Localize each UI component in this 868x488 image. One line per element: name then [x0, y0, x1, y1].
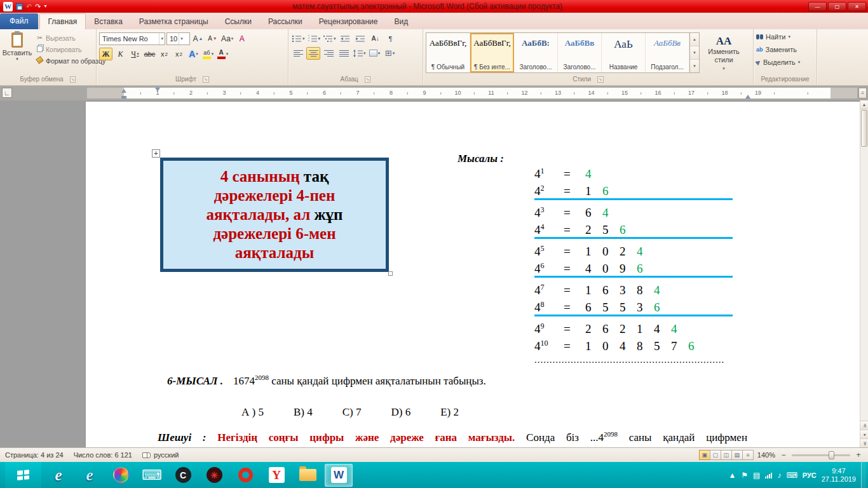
ribbon-tab-4[interactable]: Разметка страницы	[131, 14, 217, 29]
change-styles-button[interactable]: АА Изменить стили ▾	[700, 33, 748, 72]
dark-c-app-icon[interactable]: C	[169, 464, 197, 487]
text-effects-button[interactable]: А▾	[187, 48, 200, 60]
style-item-6[interactable]: АаБбВвПодзагол...	[646, 33, 689, 72]
undo-icon[interactable]: ↶	[26, 2, 32, 11]
align-center-button[interactable]	[306, 47, 320, 60]
italic-button[interactable]: К	[114, 48, 127, 60]
close-button[interactable]: ✕	[848, 2, 866, 11]
action-center-flag-icon[interactable]: ⚑	[741, 471, 748, 480]
increase-indent-button[interactable]	[353, 32, 367, 45]
superscript-button[interactable]: х2	[172, 48, 186, 60]
sort-button[interactable]: А↓	[369, 32, 383, 45]
ribbon-tab-6[interactable]: Рассылки	[260, 14, 311, 29]
start-button[interactable]	[5, 462, 41, 488]
shading-button[interactable]: ▾	[368, 47, 382, 60]
browse-object-icon[interactable]: ●	[860, 430, 868, 438]
grow-font-button[interactable]: А▲	[191, 32, 205, 45]
colorful-browser-icon[interactable]	[107, 464, 135, 487]
volume-icon[interactable]: ♪	[777, 471, 781, 480]
bold-button[interactable]: Ж	[99, 48, 112, 60]
shrink-font-button[interactable]: А▼	[206, 32, 219, 45]
find-button[interactable]: Найти ▾	[756, 31, 814, 42]
style-item-5[interactable]: АаЬНазвание	[602, 33, 646, 72]
first-line-indent-marker[interactable]	[155, 88, 160, 92]
callout-box[interactable]: + 4 санының тақдәрежелері 4-пенаяқталады…	[160, 158, 389, 272]
select-button[interactable]: Выделить ▾	[756, 57, 814, 67]
styles-dialog-launcher-icon[interactable]: ⇘	[597, 76, 604, 83]
word-count[interactable]: Число слов: 6 121	[69, 448, 137, 462]
replace-button[interactable]: ab Заменить	[756, 44, 814, 55]
tab-selector-button[interactable]: ∟	[2, 88, 12, 98]
font-size-select[interactable]: 10 ▾	[166, 32, 190, 45]
bullets-button[interactable]: ▾	[291, 32, 306, 45]
hidden-icons-button[interactable]: ▲	[728, 471, 736, 480]
right-indent-marker[interactable]	[745, 95, 750, 98]
decrease-indent-button[interactable]	[338, 32, 352, 45]
align-left-button[interactable]	[291, 47, 305, 60]
underline-button[interactable]: Ч▾	[128, 48, 142, 60]
vertical-scrollbar[interactable]: ▲ ≪ ● ≫	[860, 100, 868, 447]
previous-page-icon[interactable]: ≪	[860, 421, 868, 430]
network-icon[interactable]	[765, 472, 772, 478]
zoom-in-button[interactable]: +	[854, 451, 863, 459]
keyboard-app-icon[interactable]: ⌨	[138, 464, 166, 487]
view-button-2[interactable]: ▢	[710, 450, 721, 460]
styles-more-icon[interactable]: ▼	[690, 60, 699, 72]
ribbon-tab-3[interactable]: Вставка	[86, 14, 131, 29]
word-taskbar-icon[interactable]: W	[325, 464, 353, 487]
save-icon[interactable]	[16, 3, 23, 10]
show-marks-button[interactable]: ¶	[384, 32, 398, 45]
style-item-2[interactable]: АаБбВвГг,¶ Без инте...	[470, 33, 514, 72]
red-emblem-app-icon[interactable]: ✳	[200, 464, 228, 487]
redo-icon[interactable]: ↷	[35, 2, 41, 11]
ribbon-tab-1[interactable]: Файл	[0, 13, 38, 29]
internet-explorer-icon[interactable]: e	[44, 464, 72, 487]
style-item-1[interactable]: АаБбВвГг,¶ Обычный	[426, 33, 470, 72]
file-explorer-icon[interactable]	[294, 464, 322, 487]
styles-scroll-up-icon[interactable]: ▲	[690, 33, 699, 46]
hanging-indent-marker[interactable]	[121, 93, 126, 98]
ribbon-tab-7[interactable]: Рецензирование	[311, 14, 386, 29]
view-button-1[interactable]: ▣	[699, 450, 710, 460]
ruler-toggle-button[interactable]: ≡	[858, 88, 867, 98]
move-handle-icon[interactable]: +	[152, 149, 160, 158]
page-indicator[interactable]: Страница: 4 из 24	[0, 448, 69, 462]
language-switcher[interactable]: РУС	[803, 471, 817, 479]
zoom-slider[interactable]	[792, 454, 850, 456]
styles-scroll-down-icon[interactable]: ▼	[690, 46, 699, 60]
zoom-out-button[interactable]: −	[779, 451, 788, 459]
yandex-icon[interactable]: Y	[262, 464, 290, 487]
font-color-button[interactable]: А ▾	[216, 48, 229, 60]
justify-button[interactable]	[337, 47, 351, 60]
paste-button[interactable]: Вставить ▾	[3, 31, 32, 74]
scrollbar-thumb[interactable]	[861, 110, 867, 147]
multilevel-list-button[interactable]: ▾	[322, 32, 337, 45]
taskbar-clock[interactable]: 9:47 27.11.2019	[822, 467, 856, 484]
touch-keyboard-icon[interactable]: ⌨	[786, 471, 797, 480]
minimize-button[interactable]: —	[808, 2, 827, 11]
zoom-level[interactable]: 140%	[757, 451, 775, 459]
style-item-4[interactable]: АаБбВвЗаголово...	[558, 33, 602, 72]
view-button-5[interactable]: ≡	[742, 450, 754, 460]
maximize-button[interactable]: ▢	[828, 2, 846, 11]
style-item-3[interactable]: АаБбВ:Заголово...	[514, 33, 558, 72]
clear-formatting-button[interactable]: А	[235, 32, 248, 45]
subscript-button[interactable]: х2	[158, 48, 171, 60]
view-button-4[interactable]: ▤	[731, 450, 743, 460]
opera-icon[interactable]	[231, 464, 259, 487]
language-indicator[interactable]: русский	[137, 448, 184, 462]
highlight-color-button[interactable]: аб ▾	[201, 48, 215, 60]
change-case-button[interactable]: Аа▾	[220, 32, 234, 45]
display-icon[interactable]: ▤	[753, 471, 760, 480]
document-page[interactable]: + 4 санының тақдәрежелері 4-пенаяқталады…	[86, 102, 861, 447]
strikethrough-button[interactable]: abc	[143, 48, 156, 60]
font-family-select[interactable]: Times New Ro ▾	[99, 32, 165, 45]
next-page-icon[interactable]: ≫	[860, 438, 868, 447]
zoom-slider-thumb[interactable]	[829, 451, 834, 459]
ribbon-tab-8[interactable]: Вид	[386, 14, 416, 29]
numbering-button[interactable]: ▾	[307, 32, 322, 45]
borders-button[interactable]: ⊞ ▾	[383, 47, 397, 60]
horizontal-ruler[interactable]: 12345678910111213141516171819	[87, 88, 857, 98]
view-button-3[interactable]: ◫	[721, 450, 732, 460]
resize-handle[interactable]	[388, 271, 393, 276]
